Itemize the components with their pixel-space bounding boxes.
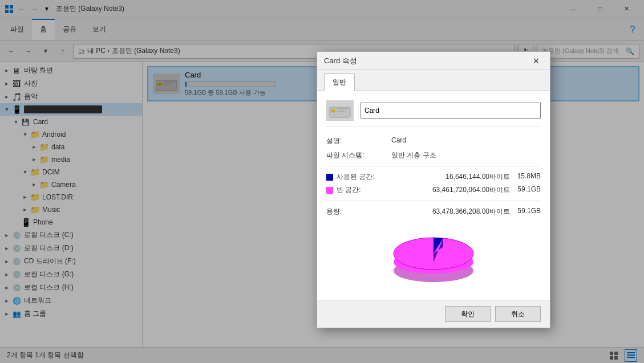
- modal-close-button[interactable]: ✕: [529, 54, 543, 68]
- free-size: 59.1GB: [512, 185, 541, 195]
- svg-rect-16: [331, 109, 335, 112]
- capacity-bytes: 63,478,366,208.00바이트: [397, 207, 510, 217]
- modal-header-row: [326, 100, 541, 127]
- modal-titlebar: Card 속성 ✕: [317, 52, 550, 70]
- used-size: 15.8MB: [512, 172, 541, 182]
- pie-chart: [388, 222, 479, 285]
- usage-grid: 사용된 공간: 16,646,144.00바이트 15.8MB 빈 공간: 63…: [326, 172, 541, 195]
- modal-content: 설명: Card 파일 시스템: 일반 계층 구조 사용된 공간: 16,646…: [317, 91, 550, 300]
- modal-title: Card 속성: [324, 56, 529, 66]
- capacity-size: 59.1GB: [512, 207, 541, 217]
- modal-tab-general[interactable]: 일반: [324, 74, 355, 91]
- used-color-swatch: [326, 174, 333, 181]
- modal-footer: 확인 취소: [317, 300, 550, 328]
- divider: [326, 166, 541, 166]
- description-value: Card: [391, 136, 538, 146]
- free-bytes: 63,461,720,064.00바이트: [397, 185, 510, 195]
- used-label: 사용된 공간:: [326, 172, 395, 182]
- modal-overlay: Card 속성 ✕ 일반 설: [0, 0, 644, 363]
- svg-rect-17: [337, 108, 348, 109]
- filesystem-value: 일반 계층 구조: [391, 150, 538, 160]
- drive-name-input[interactable]: [361, 103, 541, 119]
- info-grid: 설명: Card 파일 시스템: 일반 계층 구조: [326, 136, 541, 160]
- capacity-grid: 용량: 63,478,366,208.00바이트 59.1GB: [326, 207, 541, 217]
- modal-tabs: 일반: [317, 70, 550, 91]
- svg-rect-18: [337, 111, 345, 112]
- modal-card-properties: Card 속성 ✕ 일반 설: [317, 51, 550, 328]
- capacity-label: 용량:: [326, 207, 395, 217]
- modal-drive-icon: [326, 100, 354, 121]
- filesystem-label: 파일 시스템:: [326, 150, 389, 160]
- free-label: 빈 공간:: [326, 185, 395, 195]
- cancel-button[interactable]: 취소: [495, 306, 541, 322]
- ok-button[interactable]: 확인: [445, 306, 491, 322]
- description-label: 설명:: [326, 136, 389, 146]
- free-color-swatch: [326, 187, 333, 194]
- used-bytes: 16,646,144.00바이트: [397, 172, 510, 182]
- divider2: [326, 201, 541, 201]
- pie-container: [326, 222, 541, 285]
